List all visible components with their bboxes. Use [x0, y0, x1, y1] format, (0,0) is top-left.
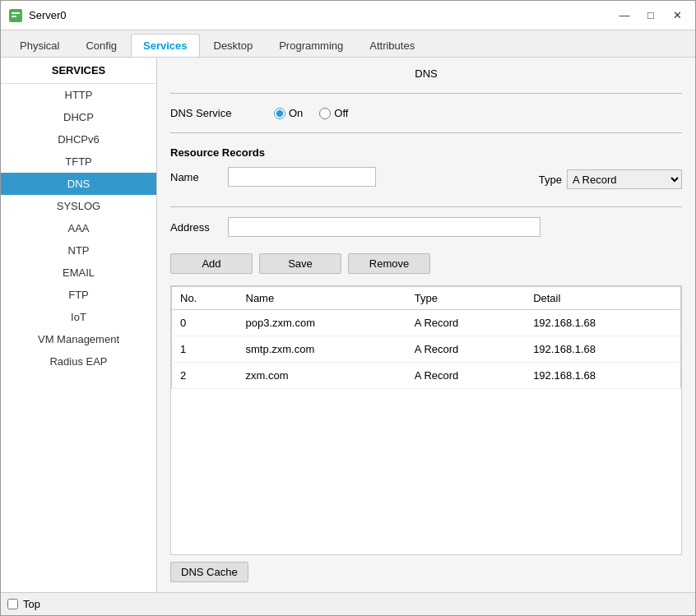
sidebar: SERVICES HTTP DHCP DHCPv6 TFTP DNS SYSLO… — [1, 58, 157, 592]
minimize-button[interactable]: — — [613, 7, 636, 25]
type-select[interactable]: A Record CNAME MX NS AAAA — [567, 169, 682, 189]
panel-title: DNS — [170, 67, 682, 80]
window-title: Server0 — [29, 9, 67, 21]
dns-cache-button[interactable]: DNS Cache — [170, 562, 248, 582]
svg-rect-2 — [12, 16, 16, 17]
radio-off-input[interactable] — [319, 108, 331, 119]
right-panel: DNS DNS Service On Off Resour — [157, 58, 695, 592]
table-row[interactable]: 0 pop3.zxm.com A Record 192.168.1.68 — [172, 310, 681, 336]
dns-service-label: DNS Service — [170, 107, 261, 119]
name-type-row: Name Type A Record CNAME MX NS AAAA — [170, 167, 682, 192]
resource-records-label: Resource Records — [170, 146, 682, 159]
tabs-bar: Physical Config Services Desktop Program… — [1, 30, 695, 58]
service-divider — [170, 132, 682, 133]
sidebar-list: HTTP DHCP DHCPv6 TFTP DNS SYSLOG AAA NTP… — [1, 84, 156, 592]
col-type: Type — [406, 287, 525, 310]
tab-attributes[interactable]: Attributes — [357, 34, 427, 57]
sidebar-item-ftp[interactable]: FTP — [1, 284, 156, 306]
title-bar-controls: — □ ✕ — [613, 7, 689, 25]
sidebar-item-vm-management[interactable]: VM Management — [1, 328, 156, 350]
radio-off-option[interactable]: Off — [319, 107, 348, 119]
sidebar-item-http[interactable]: HTTP — [1, 84, 156, 106]
row1-type: A Record — [406, 336, 525, 363]
close-button[interactable]: ✕ — [666, 7, 689, 25]
maximize-button[interactable]: □ — [639, 7, 662, 25]
sidebar-item-radius-eap[interactable]: Radius EAP — [1, 350, 156, 373]
row0-type: A Record — [406, 310, 525, 336]
sidebar-item-dhcp[interactable]: DHCP — [1, 106, 156, 128]
sidebar-item-dhcpv6[interactable]: DHCPv6 — [1, 128, 156, 151]
title-bar-left: Server0 — [7, 7, 67, 24]
tab-physical[interactable]: Physical — [7, 34, 72, 57]
dns-table: No. Name Type Detail 0 pop3.zxm.com A Re… — [171, 286, 681, 389]
sidebar-item-ntp[interactable]: NTP — [1, 239, 156, 262]
dns-radio-group: On Off — [274, 107, 348, 119]
tab-services[interactable]: Services — [131, 34, 200, 57]
row0-name: pop3.zxm.com — [238, 310, 406, 336]
table-header-row: No. Name Type Detail — [172, 287, 681, 310]
row2-detail: 192.168.1.68 — [525, 363, 680, 389]
row0-detail: 192.168.1.68 — [525, 310, 680, 336]
title-bar: Server0 — □ ✕ — [1, 1, 695, 30]
dns-cache-row: DNS Cache — [170, 562, 682, 582]
main-window: Server0 — □ ✕ Physical Config Services D… — [0, 0, 696, 616]
bottom-bar: Top — [1, 592, 695, 615]
sidebar-item-aaa[interactable]: AAA — [1, 217, 156, 239]
address-label: Address — [170, 221, 220, 234]
type-label: Type — [539, 174, 562, 186]
row1-detail: 192.168.1.68 — [525, 336, 680, 363]
col-no: No. — [172, 287, 238, 310]
remove-button[interactable]: Remove — [348, 253, 430, 274]
top-divider — [170, 93, 682, 94]
sidebar-item-iot[interactable]: IoT — [1, 306, 156, 328]
action-buttons: Add Save Remove — [170, 253, 682, 274]
sidebar-item-syslog[interactable]: SYSLOG — [1, 195, 156, 217]
sidebar-item-email[interactable]: EMAIL — [1, 262, 156, 284]
tab-programming[interactable]: Programming — [267, 34, 355, 57]
save-button[interactable]: Save — [259, 253, 341, 274]
address-input[interactable] — [228, 217, 541, 237]
sidebar-header: SERVICES — [1, 58, 156, 84]
row2-name: zxm.com — [238, 363, 406, 389]
top-checkbox-label[interactable]: Top — [7, 598, 40, 610]
row2-no: 2 — [172, 363, 238, 389]
name-input[interactable] — [228, 167, 376, 187]
table-body: 0 pop3.zxm.com A Record 192.168.1.68 1 s… — [172, 310, 681, 389]
dns-service-row: DNS Service On Off — [170, 107, 682, 119]
tab-desktop[interactable]: Desktop — [202, 34, 266, 57]
sidebar-item-dns[interactable]: DNS — [1, 173, 156, 195]
name-form-row: Name — [170, 167, 376, 187]
top-checkbox[interactable] — [7, 599, 18, 609]
radio-on-label: On — [289, 107, 303, 119]
sidebar-item-tftp[interactable]: TFTP — [1, 151, 156, 173]
col-name: Name — [238, 287, 406, 310]
radio-on-input[interactable] — [274, 108, 285, 119]
row0-no: 0 — [172, 310, 238, 336]
row1-name: smtp.zxm.com — [238, 336, 406, 363]
main-content: SERVICES HTTP DHCP DHCPv6 TFTP DNS SYSLO… — [1, 58, 695, 592]
row2-type: A Record — [406, 363, 525, 389]
radio-on-option[interactable]: On — [274, 107, 303, 119]
dns-table-container: No. Name Type Detail 0 pop3.zxm.com A Re… — [170, 285, 682, 555]
name-divider — [170, 206, 682, 207]
add-button[interactable]: Add — [170, 253, 253, 274]
tab-config[interactable]: Config — [73, 34, 129, 57]
type-row: Type A Record CNAME MX NS AAAA — [539, 169, 682, 189]
top-label: Top — [23, 598, 40, 610]
table-row[interactable]: 2 zxm.com A Record 192.168.1.68 — [172, 363, 681, 389]
row1-no: 1 — [172, 336, 238, 363]
radio-off-label: Off — [334, 107, 348, 119]
svg-rect-1 — [12, 12, 20, 14]
app-icon — [7, 7, 24, 24]
table-row[interactable]: 1 smtp.zxm.com A Record 192.168.1.68 — [172, 336, 681, 363]
address-form-row: Address — [170, 217, 682, 237]
col-detail: Detail — [525, 287, 680, 310]
name-label: Name — [170, 171, 220, 183]
